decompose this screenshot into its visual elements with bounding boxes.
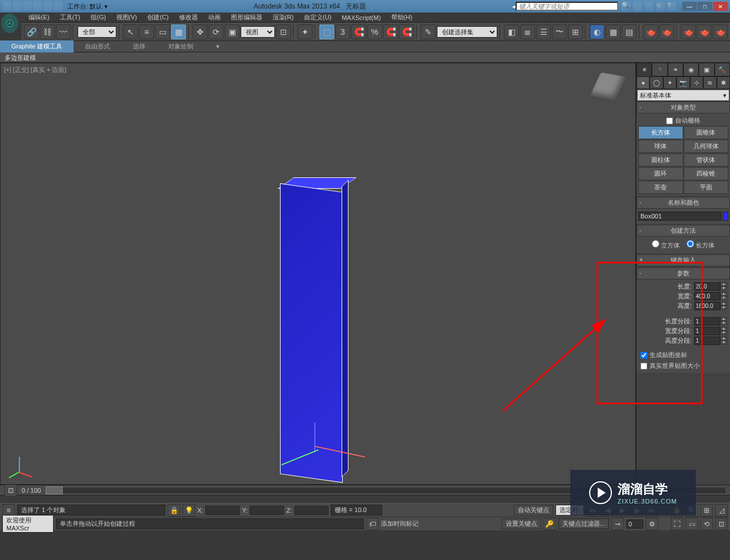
key-filters-button[interactable]: 关键点过滤器... bbox=[558, 518, 609, 529]
application-menu-button[interactable] bbox=[1, 14, 18, 33]
subtab-geometry[interactable]: ● bbox=[636, 76, 650, 89]
select-icon[interactable]: ↖ bbox=[123, 25, 138, 39]
render-frame-icon[interactable]: ▤ bbox=[622, 25, 636, 39]
pivot-icon[interactable]: ⊡ bbox=[276, 25, 291, 39]
subtab-shapes[interactable]: ◯ bbox=[650, 76, 663, 89]
obj-cylinder[interactable]: 圆柱体 bbox=[638, 153, 683, 167]
hsegs-input[interactable] bbox=[694, 336, 720, 345]
width-input[interactable] bbox=[694, 292, 720, 301]
ribbon-panel-label[interactable]: 多边形建模 bbox=[0, 52, 730, 63]
autokey-button[interactable]: 自动关键点 bbox=[514, 505, 553, 516]
mirror-icon[interactable]: ◧ bbox=[504, 25, 519, 39]
scale-icon[interactable]: ▣ bbox=[225, 25, 240, 39]
ref-coord-select[interactable]: 视图 bbox=[241, 26, 275, 38]
subscription-icon[interactable] bbox=[633, 2, 642, 11]
viewcube[interactable] bbox=[590, 69, 626, 105]
key-mode-icon[interactable]: 🔑 bbox=[544, 518, 556, 530]
category-dropdown[interactable]: 标准基本体 ▾ bbox=[638, 90, 729, 100]
coord-z-input[interactable] bbox=[294, 506, 328, 515]
gen-map-checkbox[interactable] bbox=[640, 352, 647, 359]
teapot1-icon[interactable]: 🫖 bbox=[681, 25, 696, 39]
autogrid-checkbox[interactable] bbox=[666, 117, 673, 124]
angle-snap-icon[interactable]: 3 bbox=[335, 25, 350, 39]
nav-region-icon[interactable]: ▭ bbox=[686, 518, 698, 530]
obj-plane[interactable]: 平面 bbox=[684, 181, 729, 194]
isolate-icon[interactable]: 💡 bbox=[182, 504, 195, 517]
ribbon-tab-paint[interactable]: 对象绘制 bbox=[157, 40, 205, 52]
tab-display[interactable]: ▣ bbox=[699, 63, 714, 76]
key-tangent-icon[interactable]: ⊸ bbox=[611, 518, 624, 530]
viewport[interactable]: [+] [正交] [真实 + 边面] bbox=[0, 63, 636, 485]
scene-object-box[interactable] bbox=[280, 177, 354, 485]
subtab-spacewarps[interactable]: ≋ bbox=[703, 76, 716, 89]
open-icon[interactable] bbox=[13, 2, 22, 11]
minimize-button[interactable]: — bbox=[682, 2, 697, 11]
exchange-icon[interactable] bbox=[644, 2, 654, 11]
obj-sphere[interactable]: 球体 bbox=[638, 140, 683, 153]
menu-maxscript[interactable]: MAXScript(M) bbox=[337, 13, 385, 22]
new-icon[interactable] bbox=[2, 2, 11, 11]
menu-modifiers[interactable]: 修改器 bbox=[175, 12, 202, 23]
tab-hierarchy[interactable]: ⚭ bbox=[668, 63, 683, 76]
close-button[interactable]: ✕ bbox=[713, 2, 728, 11]
radio-box[interactable]: 长方体 bbox=[687, 240, 715, 250]
ribbon-tab-graphite[interactable]: Graphite 建模工具 bbox=[0, 40, 74, 52]
bind-spacewarp-icon[interactable]: 〰 bbox=[56, 25, 71, 39]
selection-filter-select[interactable]: 全部 bbox=[78, 26, 116, 38]
nav-maximize-icon[interactable]: ⊡ bbox=[715, 518, 728, 530]
coord-y-input[interactable] bbox=[250, 506, 284, 515]
workspace-selector[interactable]: 工作台: 默认 ▾ bbox=[67, 2, 108, 11]
curve-editor-icon[interactable]: 〜 bbox=[552, 25, 567, 39]
wsegs-input[interactable] bbox=[694, 327, 720, 335]
link-icon[interactable]: 🔗 bbox=[24, 25, 39, 39]
snap-5-icon[interactable]: 🧲 bbox=[399, 25, 414, 39]
menu-views[interactable]: 视图(V) bbox=[112, 12, 142, 23]
nav-zoom-all-icon[interactable]: ⊞ bbox=[700, 504, 713, 517]
add-time-tag-label[interactable]: 添加时间标记 bbox=[381, 520, 419, 528]
lsegs-input[interactable] bbox=[694, 317, 720, 326]
menu-help[interactable]: 帮助(H) bbox=[387, 12, 417, 23]
tab-motion[interactable]: ◉ bbox=[683, 63, 699, 76]
favorite-icon[interactable]: ☆ bbox=[656, 2, 665, 11]
nav-zoom-ext-icon[interactable]: ⛶ bbox=[671, 518, 683, 530]
length-input[interactable] bbox=[694, 282, 720, 291]
rect-region-icon[interactable]: ▭ bbox=[155, 25, 170, 39]
rollout-creation-method[interactable]: -创建方法 bbox=[636, 225, 730, 237]
select-by-name-icon[interactable]: ≡ bbox=[139, 25, 154, 39]
current-frame-input[interactable] bbox=[626, 520, 643, 529]
height-input[interactable] bbox=[694, 302, 720, 310]
time-config-icon[interactable]: ⚙ bbox=[646, 518, 658, 530]
help-icon[interactable]: ? bbox=[667, 2, 676, 11]
move-icon[interactable]: ✥ bbox=[193, 25, 208, 39]
snap-4-icon[interactable]: 🧲 bbox=[383, 25, 398, 39]
menu-grapheditors[interactable]: 图形编辑器 bbox=[226, 12, 267, 23]
menu-tools[interactable]: 工具(T) bbox=[55, 12, 85, 23]
nav-orbit-icon[interactable]: ⟲ bbox=[700, 518, 713, 530]
obj-box[interactable]: 长方体 bbox=[638, 126, 683, 139]
time-tag-icon[interactable]: 🏷 bbox=[366, 518, 379, 530]
save-icon[interactable] bbox=[23, 2, 32, 11]
radio-cube[interactable]: 立方体 bbox=[652, 240, 680, 250]
layers-icon[interactable]: ☰ bbox=[536, 25, 551, 39]
schematic-icon[interactable]: ⊞ bbox=[568, 25, 583, 39]
redo-icon[interactable] bbox=[43, 2, 52, 11]
coord-x-input[interactable] bbox=[205, 506, 240, 515]
link-icon[interactable] bbox=[54, 2, 63, 11]
menu-animation[interactable]: 动画 bbox=[204, 12, 225, 23]
window-crossing-icon[interactable]: ▦ bbox=[171, 25, 186, 39]
spinner-down-icon[interactable]: ▼ bbox=[720, 286, 727, 290]
subtab-lights[interactable]: ✦ bbox=[663, 76, 676, 89]
material-editor-icon[interactable]: ◐ bbox=[590, 25, 605, 39]
render-iter-icon[interactable]: 🫖 bbox=[659, 25, 674, 39]
undo-icon[interactable] bbox=[33, 2, 42, 11]
spinner-snap-icon[interactable]: % bbox=[367, 25, 382, 39]
obj-torus[interactable]: 圆环 bbox=[638, 167, 683, 180]
edit-named-sel-icon[interactable]: ✎ bbox=[421, 25, 436, 39]
real-world-checkbox[interactable] bbox=[640, 363, 647, 370]
search-icon[interactable]: 🔍 bbox=[622, 2, 631, 11]
snap-toggle-icon[interactable]: ⬚ bbox=[319, 25, 334, 39]
obj-cone[interactable]: 圆锥体 bbox=[684, 126, 729, 139]
tab-create[interactable]: ☀ bbox=[636, 63, 652, 76]
menu-create[interactable]: 创建(C) bbox=[143, 12, 173, 23]
object-name-input[interactable] bbox=[638, 212, 721, 221]
